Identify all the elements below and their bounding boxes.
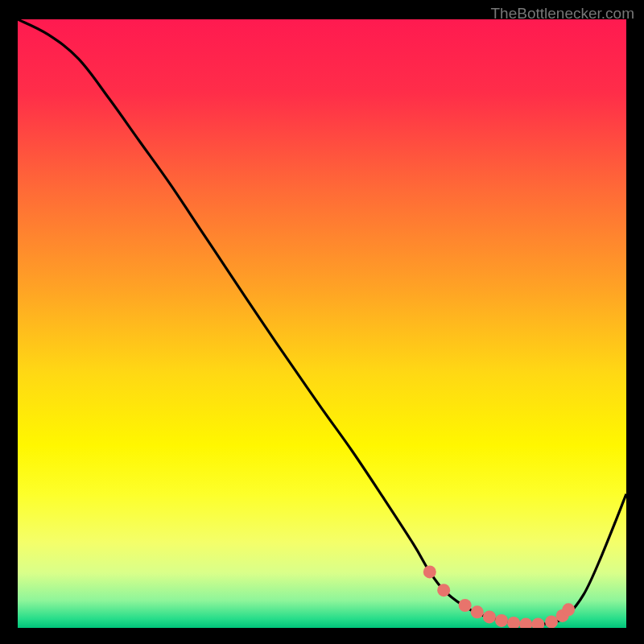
watermark-text: TheBottlenecker.com	[491, 5, 634, 23]
curve-line	[18, 19, 626, 624]
marker-dot	[519, 617, 532, 628]
marker-dot	[562, 603, 575, 616]
marker-dot	[471, 605, 484, 618]
marker-dot	[507, 617, 520, 628]
marker-dot	[531, 617, 544, 628]
marker-group	[423, 565, 575, 628]
marker-dot	[459, 599, 472, 612]
marker-dot	[545, 615, 558, 628]
marker-dot	[495, 614, 508, 627]
marker-dot	[437, 584, 450, 597]
marker-dot	[423, 565, 436, 578]
marker-dot	[483, 610, 496, 623]
chart-container	[18, 19, 626, 628]
chart-overlay	[18, 19, 626, 628]
